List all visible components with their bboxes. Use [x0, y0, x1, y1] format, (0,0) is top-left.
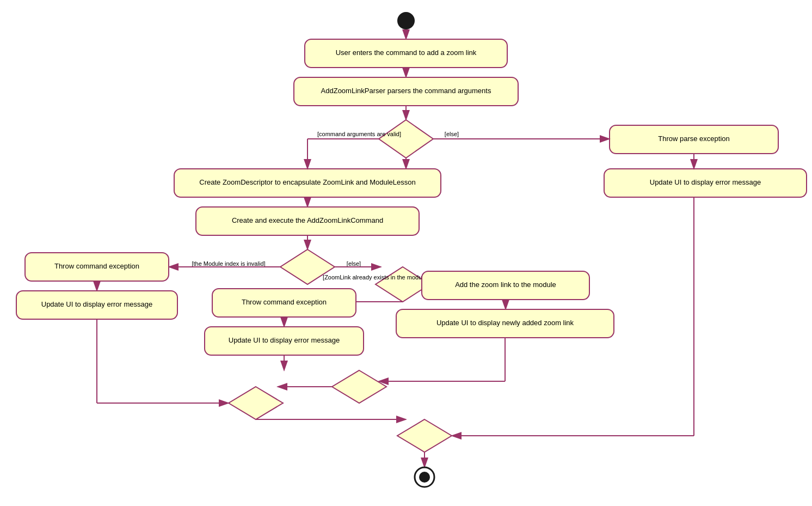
merge-m1 [332, 370, 386, 403]
diagram-container: User enters the command to add a zoom li… [0, 0, 812, 506]
node-n11-text: Add the zoom link to the module [455, 281, 556, 289]
node-n9-text: Throw command exception [242, 298, 327, 306]
start-node [397, 12, 415, 29]
node-n6-text: Update UI to display error message [650, 178, 761, 186]
node-n7-text: Throw command exception [54, 262, 139, 270]
node-n2-text: AddZoomLinkParser parsers the command ar… [321, 87, 491, 95]
node-n5-text: Throw parse exception [658, 135, 730, 143]
node-n4-text: Create and execute the AddZoomLinkComman… [232, 216, 383, 224]
label-else2: [else] [347, 260, 361, 267]
merge-m2 [229, 387, 283, 419]
node-n1-text: User enters the command to add a zoom li… [336, 48, 477, 57]
node-n3-text: Create ZoomDescriptor to encapsulate Zoo… [199, 178, 415, 186]
label-zoomExists: [ZoomLink already exists in the module] [323, 274, 428, 281]
merge-m3 [397, 419, 452, 452]
decision-d1 [379, 120, 433, 158]
label-moduleInvalid: [the Module index is invalid] [192, 260, 265, 267]
activity-diagram: User enters the command to add a zoom li… [0, 0, 812, 506]
label-else1: [else] [445, 131, 459, 137]
label-valid: [command arguments are valid] [317, 131, 401, 137]
node-n8-text: Update UI to display error message [41, 300, 152, 308]
node-n12-text: Update UI to display newly added zoom li… [436, 319, 574, 327]
node-n10-text: Update UI to display error message [229, 336, 340, 344]
end-inner [419, 472, 430, 483]
